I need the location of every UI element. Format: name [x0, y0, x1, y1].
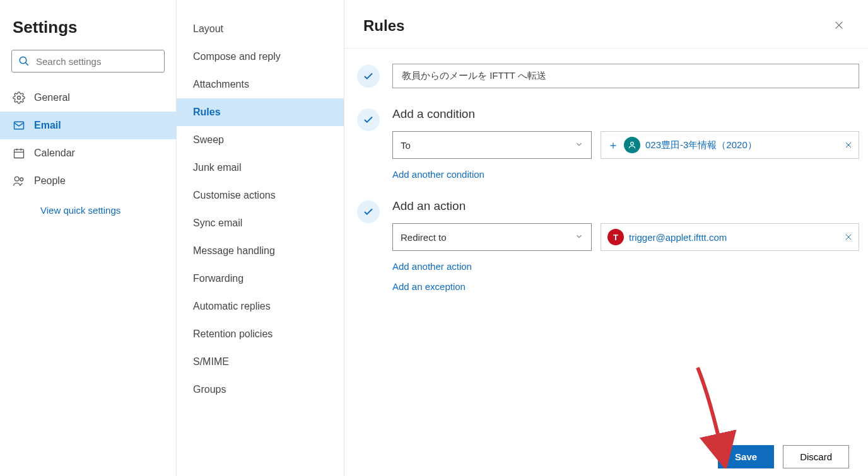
page-title: Rules — [363, 17, 404, 35]
sub-message-handling[interactable]: Message handling — [177, 237, 344, 265]
remove-condition-chip[interactable] — [845, 140, 852, 151]
sub-retention[interactable]: Retention policies — [177, 320, 344, 348]
nav-email[interactable]: Email — [0, 112, 176, 139]
discard-button[interactable]: Discard — [783, 445, 849, 468]
sub-layout[interactable]: Layout — [177, 15, 344, 43]
nav-label: People — [34, 175, 66, 187]
svg-point-0 — [20, 57, 26, 64]
svg-line-1 — [25, 62, 28, 66]
person-avatar-icon — [624, 137, 640, 153]
rule-name-input[interactable] — [392, 64, 859, 88]
sub-sync[interactable]: Sync email — [177, 209, 344, 237]
svg-rect-4 — [15, 149, 24, 158]
condition-heading: Add a condition — [392, 107, 868, 121]
close-button[interactable] — [829, 15, 849, 37]
sub-forwarding[interactable]: Forwarding — [177, 265, 344, 293]
calendar-icon — [13, 147, 25, 160]
gear-icon — [13, 91, 25, 104]
check-icon — [363, 114, 374, 125]
nav-label: Calendar — [34, 148, 75, 159]
check-badge — [357, 200, 380, 223]
x-icon — [845, 141, 852, 149]
remove-action-chip[interactable] — [845, 232, 852, 243]
svg-point-8 — [15, 177, 19, 181]
add-another-condition-link[interactable]: Add another condition — [392, 169, 484, 180]
people-icon — [13, 175, 25, 187]
nav-people[interactable]: People — [0, 167, 176, 195]
email-submenu: Layout Compose and reply Attachments Rul… — [177, 0, 344, 476]
sub-attachments[interactable]: Attachments — [177, 71, 344, 98]
add-exception-link[interactable]: Add an exception — [392, 281, 868, 292]
sub-compose[interactable]: Compose and reply — [177, 43, 344, 71]
nav-label: General — [34, 92, 70, 103]
sub-groups[interactable]: Groups — [177, 376, 344, 403]
search-input[interactable] — [36, 56, 158, 67]
save-button[interactable]: Save — [718, 445, 774, 468]
sub-auto-replies[interactable]: Automatic replies — [177, 293, 344, 320]
action-step: Add an action Redirect to T trigger@appl… — [357, 199, 868, 292]
action-selected-value: Redirect to — [401, 232, 447, 243]
nav-general[interactable]: General — [0, 84, 176, 112]
nav-label: Email — [34, 120, 61, 131]
mail-icon — [13, 119, 25, 132]
action-heading: Add an action — [392, 199, 868, 213]
plus-icon: ＋ — [607, 137, 619, 153]
condition-value-box[interactable]: ＋ 023豊田-3年情報（2020） — [601, 131, 859, 159]
sub-rules[interactable]: Rules — [177, 98, 344, 126]
chevron-down-icon — [575, 232, 584, 243]
main-header: Rules — [344, 0, 868, 49]
rule-name-step — [357, 64, 868, 88]
action-select[interactable]: Redirect to — [392, 223, 592, 251]
settings-sidebar: Settings General Email Calendar People V… — [0, 0, 177, 476]
search-icon — [18, 55, 30, 67]
check-icon — [363, 206, 374, 218]
footer-buttons: Save Discard — [718, 445, 868, 476]
search-settings-box[interactable] — [11, 50, 165, 73]
action-chip-label: trigger@applet.ifttt.com — [629, 232, 840, 243]
main-panel: Rules Add a condition — [344, 0, 868, 476]
sub-junk[interactable]: Junk email — [177, 154, 344, 182]
nav-calendar[interactable]: Calendar — [0, 139, 176, 167]
svg-point-9 — [20, 178, 23, 181]
settings-title: Settings — [0, 10, 176, 50]
svg-point-12 — [631, 142, 634, 145]
close-icon — [834, 20, 844, 30]
condition-select[interactable]: To — [392, 131, 592, 159]
sub-smime[interactable]: S/MIME — [177, 348, 344, 376]
svg-point-2 — [18, 96, 21, 100]
view-quick-settings-link[interactable]: View quick settings — [0, 195, 176, 216]
check-badge — [357, 108, 380, 131]
action-value-box[interactable]: T trigger@applet.ifttt.com — [601, 223, 859, 251]
x-icon — [845, 233, 852, 241]
condition-selected-value: To — [401, 140, 411, 151]
chevron-down-icon — [575, 140, 584, 151]
condition-step: Add a condition To ＋ — [357, 107, 868, 180]
sub-customise[interactable]: Customise actions — [177, 182, 344, 209]
sub-sweep[interactable]: Sweep — [177, 126, 344, 154]
check-icon — [363, 71, 374, 82]
condition-chip-label: 023豊田-3年情報（2020） — [645, 139, 840, 151]
contact-avatar: T — [607, 229, 624, 245]
check-badge — [357, 65, 380, 88]
add-another-action-link[interactable]: Add another action — [392, 261, 472, 272]
